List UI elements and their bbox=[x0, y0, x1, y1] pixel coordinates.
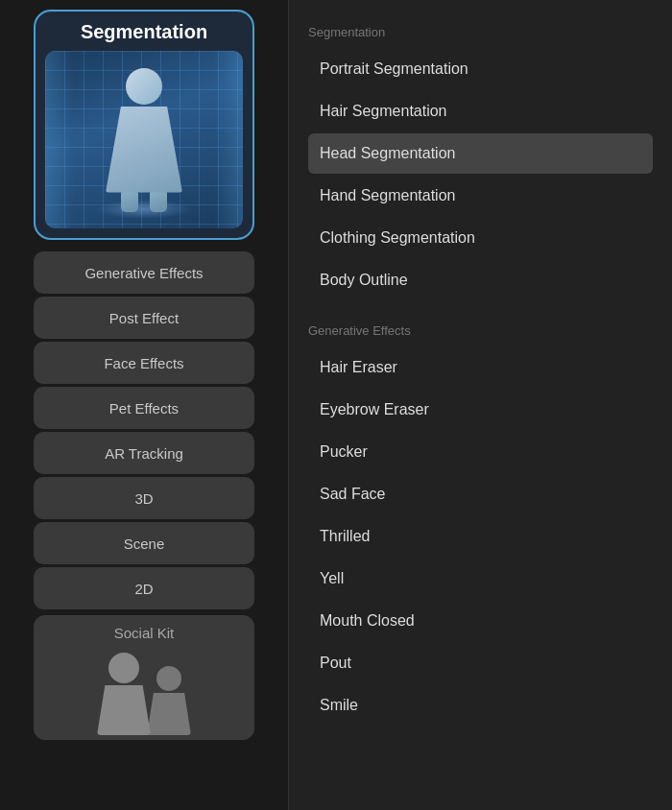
sidebar-item-2d[interactable]: 2D bbox=[34, 567, 254, 609]
section-divider bbox=[308, 302, 653, 318]
top-card-title: Segmentation bbox=[81, 21, 207, 43]
person-foot-right bbox=[150, 191, 167, 212]
menu-item-eyebrow-eraser[interactable]: Eyebrow Eraser bbox=[308, 390, 653, 430]
segmentation-section-header: Segmentation bbox=[308, 25, 653, 39]
menu-item-mouth-closed[interactable]: Mouth Closed bbox=[308, 601, 653, 641]
sidebar: Segmentation Generative Effects Post Eff… bbox=[0, 0, 288, 810]
right-panel: Segmentation Portrait Segmentation Hair … bbox=[288, 0, 672, 810]
menu-item-smile[interactable]: Smile bbox=[308, 685, 653, 726]
sidebar-item-3d[interactable]: 3D bbox=[34, 477, 254, 519]
sidebar-item-ar-tracking[interactable]: AR Tracking bbox=[34, 432, 254, 474]
sidebar-item-social-kit[interactable]: Social Kit bbox=[34, 615, 254, 740]
menu-item-hair-segmentation[interactable]: Hair Segmentation bbox=[308, 91, 653, 131]
nav-stack: Generative Effects Post Effect Face Effe… bbox=[34, 251, 254, 740]
person-feet bbox=[121, 191, 167, 212]
card-side-right bbox=[214, 51, 243, 228]
social-kit-icon bbox=[97, 653, 191, 735]
person-body bbox=[106, 107, 182, 193]
top-card-visual bbox=[45, 51, 243, 228]
social-kit-label: Social Kit bbox=[114, 625, 175, 641]
menu-item-head-segmentation[interactable]: Head Segmentation bbox=[308, 133, 653, 174]
social-kit-person-icon-1 bbox=[97, 653, 151, 735]
sidebar-item-scene[interactable]: Scene bbox=[34, 522, 254, 564]
menu-item-thrilled[interactable]: Thrilled bbox=[308, 516, 653, 557]
menu-item-clothing-segmentation[interactable]: Clothing Segmentation bbox=[308, 218, 653, 258]
menu-item-body-outline[interactable]: Body Outline bbox=[308, 260, 653, 300]
menu-item-pout[interactable]: Pout bbox=[308, 643, 653, 683]
social-kit-person-icon-2 bbox=[147, 666, 191, 735]
sidebar-item-post-effect[interactable]: Post Effect bbox=[34, 297, 254, 339]
sidebar-item-pet-effects[interactable]: Pet Effects bbox=[34, 387, 254, 429]
menu-item-sad-face[interactable]: Sad Face bbox=[308, 474, 653, 514]
menu-item-portrait-segmentation[interactable]: Portrait Segmentation bbox=[308, 49, 653, 89]
sidebar-item-face-effects[interactable]: Face Effects bbox=[34, 342, 254, 384]
person-head bbox=[126, 68, 162, 105]
segmentation-card[interactable]: Segmentation bbox=[34, 10, 254, 240]
person-foot-left bbox=[121, 191, 138, 212]
menu-item-pucker[interactable]: Pucker bbox=[308, 432, 653, 472]
menu-item-hand-segmentation[interactable]: Hand Segmentation bbox=[308, 176, 653, 216]
generative-effects-section-header: Generative Effects bbox=[308, 323, 653, 338]
card-side-left bbox=[45, 51, 74, 228]
menu-item-yell[interactable]: Yell bbox=[308, 559, 653, 599]
person-silhouette bbox=[106, 68, 182, 212]
sidebar-item-generative-effects[interactable]: Generative Effects bbox=[34, 251, 254, 294]
menu-item-hair-eraser[interactable]: Hair Eraser bbox=[308, 347, 653, 388]
